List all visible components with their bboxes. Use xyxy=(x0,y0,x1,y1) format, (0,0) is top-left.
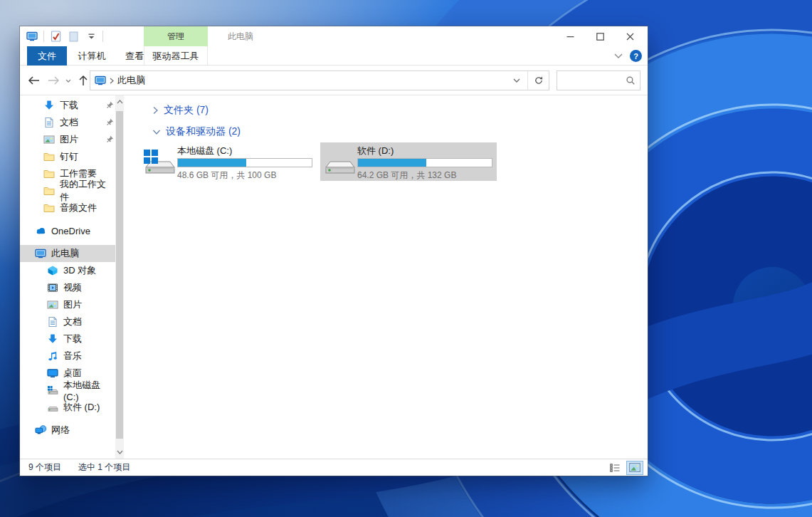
drive-icon xyxy=(322,145,357,179)
window-controls xyxy=(555,26,645,46)
navigation-bar: 此电脑 xyxy=(20,66,648,95)
group-header-label: 设备和驱动器 (2) xyxy=(166,125,241,138)
breadcrumb-location[interactable]: 此电脑 xyxy=(117,74,145,87)
customize-toolbar-dropdown-icon[interactable] xyxy=(85,30,97,43)
drive-name: 本地磁盘 (C:) xyxy=(177,145,312,157)
status-selected-count: 选中 1 个项目 xyxy=(78,461,130,474)
sidebar-item-label: OneDrive xyxy=(51,226,90,236)
videos-icon xyxy=(47,282,58,293)
breadcrumb[interactable]: 此电脑 xyxy=(90,71,149,90)
details-view-icon[interactable] xyxy=(606,461,623,475)
search-input[interactable] xyxy=(557,75,621,85)
search-icon[interactable] xyxy=(621,75,640,85)
drive-c-icon xyxy=(142,145,177,179)
status-items-count: 9 个项目 xyxy=(28,461,61,474)
status-bar: 9 个项目 选中 1 个项目 xyxy=(20,459,648,476)
folder-icon xyxy=(43,185,55,197)
toolbar-separator xyxy=(102,31,103,42)
group-header-devices-drives[interactable]: 设备和驱动器 (2) xyxy=(152,125,241,138)
properties-button[interactable] xyxy=(49,30,62,43)
maximize-button[interactable] xyxy=(585,26,615,46)
back-button[interactable] xyxy=(26,73,41,88)
capacity-bar xyxy=(357,158,492,167)
address-history-dropdown-icon[interactable] xyxy=(506,71,527,90)
drive-icon xyxy=(47,402,58,413)
sidebar-item-label: 此电脑 xyxy=(51,247,79,260)
desktop-icon xyxy=(47,367,58,379)
new-folder-button[interactable] xyxy=(67,30,80,43)
drive-name: 软件 (D:) xyxy=(357,145,492,157)
sidebar-item-label: 3D 对象 xyxy=(63,264,96,277)
window-title: 此电脑 xyxy=(228,26,253,46)
sidebar-item-label: 文档 xyxy=(63,315,82,328)
capacity-bar-fill xyxy=(358,159,426,167)
close-button[interactable] xyxy=(615,26,645,46)
recent-locations-dropdown-icon[interactable] xyxy=(63,73,74,88)
up-button[interactable] xyxy=(75,73,91,88)
sidebar-item-label: 下载 xyxy=(63,333,82,345)
drive-capacity-text: 48.6 GB 可用，共 100 GB xyxy=(177,169,312,182)
document-icon xyxy=(47,316,58,328)
tab-file[interactable]: 文件 xyxy=(27,46,67,66)
collapse-ribbon-icon[interactable] xyxy=(614,53,623,58)
sidebar-item-label: 视频 xyxy=(63,281,82,294)
app-icon xyxy=(26,30,38,43)
scroll-up-icon[interactable] xyxy=(115,97,124,107)
drive-c-icon xyxy=(47,385,58,396)
sidebar-item-label: 图片 xyxy=(60,133,78,146)
drive-tile-d-selected[interactable]: 软件 (D:) 64.2 GB 可用，共 132 GB xyxy=(320,142,497,181)
large-icons-view-icon[interactable] xyxy=(626,461,643,475)
desktop: 管理 此电脑 文件 计算机 查看 驱动器工具 xyxy=(0,0,812,517)
folder-icon xyxy=(43,202,55,214)
folder-icon xyxy=(43,168,55,179)
file-list-area: 文件夹 (7) 设备和驱动器 (2) 本地磁盘 (C:) 48.6 GB 可用，… xyxy=(134,95,648,459)
content-area: 下载 文档 图片 钉钉 xyxy=(20,95,648,459)
breadcrumb-chevron-icon xyxy=(110,78,114,84)
pictures-icon xyxy=(43,134,55,145)
folder-icon xyxy=(43,151,55,162)
tab-computer[interactable]: 计算机 xyxy=(67,46,117,66)
drive-info: 软件 (D:) 64.2 GB 可用，共 132 GB xyxy=(357,145,492,179)
sidebar-item-label: 钉钉 xyxy=(60,150,78,163)
scrollbar-thumb[interactable] xyxy=(116,111,123,439)
download-icon xyxy=(43,100,55,111)
pin-icon xyxy=(105,135,114,144)
sidebar-item-this-pc[interactable]: 此电脑 xyxy=(20,245,116,262)
capacity-bar-fill xyxy=(178,159,246,167)
address-bar-buttons xyxy=(506,71,549,90)
minimize-button[interactable] xyxy=(555,26,585,46)
sidebar-scrollbar[interactable] xyxy=(115,95,124,459)
quick-access-toolbar xyxy=(26,26,103,46)
address-bar[interactable]: 此电脑 xyxy=(90,70,549,90)
sidebar-item-label: 文档 xyxy=(60,116,78,129)
this-pc-icon xyxy=(35,248,46,259)
group-header-label: 文件夹 (7) xyxy=(164,104,209,117)
chevron-right-icon xyxy=(152,106,159,115)
download-icon xyxy=(47,333,58,345)
contextual-tab-group: 管理 xyxy=(144,26,208,46)
tab-drive-tools[interactable]: 驱动器工具 xyxy=(144,46,208,66)
group-header-folders[interactable]: 文件夹 (7) xyxy=(152,104,209,117)
capacity-bar xyxy=(177,158,312,167)
explorer-window: 管理 此电脑 文件 计算机 查看 驱动器工具 xyxy=(20,26,648,476)
pin-icon xyxy=(105,118,114,127)
pin-icon xyxy=(105,101,114,110)
ribbon-right-controls: ? xyxy=(614,46,642,66)
pictures-icon xyxy=(47,299,58,310)
sidebar-item-label: 音频文件 xyxy=(60,202,97,214)
sidebar-item-label: 网络 xyxy=(51,424,70,437)
drive-info: 本地磁盘 (C:) 48.6 GB 可用，共 100 GB xyxy=(177,145,312,179)
help-icon[interactable]: ? xyxy=(630,50,642,62)
search-box[interactable] xyxy=(557,70,640,90)
document-icon xyxy=(43,117,55,128)
drive-capacity-text: 64.2 GB 可用，共 132 GB xyxy=(357,169,492,182)
music-icon xyxy=(47,350,58,362)
sidebar-item-label: 音乐 xyxy=(63,350,82,362)
drive-tile-c[interactable]: 本地磁盘 (C:) 48.6 GB 可用，共 100 GB xyxy=(140,142,317,181)
navigation-pane: 下载 文档 图片 钉钉 xyxy=(20,95,134,459)
network-icon xyxy=(35,424,46,436)
refresh-icon[interactable] xyxy=(527,71,549,90)
forward-button[interactable] xyxy=(46,73,61,88)
scroll-down-icon[interactable] xyxy=(115,447,124,457)
toolbar-separator xyxy=(43,31,44,42)
